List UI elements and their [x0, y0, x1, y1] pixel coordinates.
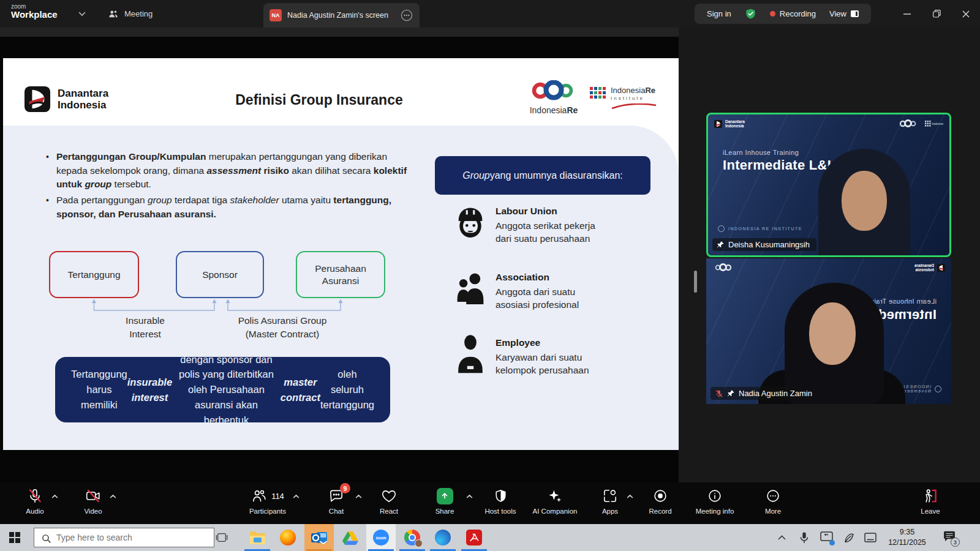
group-item-title: Association	[496, 272, 579, 283]
tray-display-share-button[interactable]	[816, 524, 837, 551]
danantara-text-line2: Indonesia	[58, 99, 108, 111]
recording-label: Recording	[780, 9, 816, 18]
camera-off-icon	[85, 488, 101, 504]
slide-title: Definisi Group Insurance	[221, 92, 417, 108]
meeting-tab-label: Meeting	[124, 9, 153, 18]
video-tile-deisha[interactable]: DanantaraIndonesia IndonesiaRe iLearn In…	[706, 113, 951, 257]
bullet-text-2: Pada pertanggungan group terdapat tiga s…	[56, 193, 410, 221]
tab-screen-share[interactable]: NA Nadia Agustin Zamin's screen	[263, 3, 420, 28]
screen-share-avatar: NA	[270, 9, 282, 21]
taskbar-app-file-explorer[interactable]	[243, 524, 272, 551]
windows-logo-icon	[9, 532, 20, 543]
security-shield-icon[interactable]	[745, 8, 756, 20]
more-button[interactable]: More	[736, 487, 810, 515]
institute-dots-icon	[590, 86, 606, 102]
taskbar-app-google-drive[interactable]	[336, 524, 365, 551]
indonesiare-institute-logo: IndonesiaRe Institute	[590, 86, 657, 112]
indonesiare-rings-icon	[528, 80, 579, 102]
group-item-title: Labour Union	[496, 206, 595, 217]
taskbar-search-input[interactable]	[56, 533, 197, 542]
tray-display-dot	[829, 540, 835, 545]
sign-in-button[interactable]: Sign in	[707, 9, 731, 18]
callout-box: Tertanggung harus memiliki insurable int…	[55, 357, 390, 422]
taskbar-app-acrobat[interactable]	[459, 524, 489, 551]
bullet-item: • Pertanggungan Group/Kumpulan merupakan…	[46, 150, 410, 192]
tray-keyboard-icon	[864, 533, 876, 542]
meeting-toolbar: Audio Video 114 Participants 9 Chat	[0, 482, 980, 524]
taskbar-app-firefox[interactable]	[273, 524, 303, 551]
share-screen-icon	[437, 488, 453, 504]
taskbar-app-outlook[interactable]	[304, 524, 334, 551]
tray-mic-button[interactable]	[794, 524, 815, 551]
bullet-dot: •	[46, 150, 49, 192]
tray-touch-keyboard-button[interactable]	[860, 524, 881, 551]
bullet-text-1: Pertanggungan Group/Kumpulan merupakan p…	[56, 150, 410, 192]
video-button[interactable]: Video	[56, 487, 130, 515]
danantara-logo: Danantara Indonesia	[24, 86, 108, 112]
task-view-icon	[216, 532, 228, 543]
file-explorer-icon	[249, 531, 266, 545]
participants-chevron-icon[interactable]	[293, 494, 300, 499]
task-view-button[interactable]	[210, 524, 233, 551]
close-button[interactable]	[952, 0, 980, 28]
tab-meeting[interactable]: Meeting	[108, 0, 153, 28]
muted-mic-icon	[715, 389, 723, 398]
search-icon	[41, 533, 51, 544]
chrome-icon	[404, 530, 420, 545]
chevron-up-icon	[777, 534, 786, 541]
mic-muted-icon	[27, 488, 43, 504]
start-button[interactable]	[0, 524, 29, 551]
tile-rings-icon	[712, 263, 733, 273]
taskbar-app-chrome[interactable]	[398, 524, 427, 551]
presentation-slide: Danantara Indonesia Definisi Group Insur…	[3, 58, 679, 450]
tile-bg-eyebrow: iLearn Inhouse Training	[723, 149, 799, 156]
taskbar-clock[interactable]: 9:35 12/11/2025	[880, 527, 934, 548]
tile-indonesiare-logos: IndonesiaRe	[898, 119, 943, 129]
windows-taskbar: zoom	[0, 524, 980, 551]
clock-date: 12/11/2025	[880, 538, 934, 548]
tray-hidden-icons-button[interactable]	[771, 524, 793, 551]
tile-bg-footer: INDONESIA RE INSTITUTE	[718, 225, 802, 232]
bullet-dot: •	[46, 193, 49, 221]
minimize-button[interactable]	[893, 0, 921, 28]
label-insurable-interest: Insurable Interest	[102, 314, 188, 340]
tile-danantara-mark-icon	[937, 264, 945, 272]
tile-danantara-mark-icon	[714, 120, 722, 128]
tab-options-ellipsis-icon[interactable]	[400, 9, 413, 22]
taskbar-search[interactable]	[34, 528, 214, 547]
shield-host-tools-icon	[493, 489, 508, 504]
tile-danantara-logo: DanantaraIndonesia	[714, 119, 745, 129]
workspace-chevron-down-icon[interactable]	[78, 12, 86, 17]
more-ellipsis-icon	[765, 488, 781, 504]
indonesiare-wordmark: IndonesiaRe	[526, 105, 582, 115]
view-layout-icon	[851, 10, 859, 17]
svg-text:IndonesiaRe: IndonesiaRe	[932, 122, 944, 126]
tray-pen-button[interactable]	[839, 524, 859, 551]
recording-indicator[interactable]: Recording	[770, 9, 816, 18]
leave-button[interactable]: Leave	[894, 487, 967, 515]
video-options-chevron-icon[interactable]	[110, 494, 116, 499]
tray-mic-icon	[800, 532, 809, 544]
group-item-title: Employee	[496, 337, 589, 348]
ai-companion-sparkle-icon	[547, 488, 563, 504]
zoom-app-icon: zoom	[373, 530, 389, 545]
indonesiare-logo: IndonesiaRe	[526, 80, 582, 115]
box-sponsor: Sponsor	[176, 251, 264, 298]
chat-unread-badge: 9	[340, 483, 350, 493]
participant-face	[809, 302, 856, 365]
participants-button[interactable]: 114 Participants	[231, 487, 304, 515]
group-panel-header: Group yang umumnya diasuransikan:	[435, 156, 650, 195]
notification-center-button[interactable]: 3	[936, 524, 963, 551]
video-panel-scrollbar[interactable]	[694, 271, 697, 293]
taskbar-app-edge[interactable]	[428, 524, 458, 551]
maximize-button[interactable]	[922, 0, 951, 28]
pin-icon	[717, 241, 725, 249]
edge-icon	[435, 530, 451, 545]
taskbar-app-zoom[interactable]: zoom	[366, 524, 396, 551]
participant-nametag: Deisha Kusumaningsih	[712, 238, 816, 251]
video-tile-nadia[interactable]: DanantaraIndonesia iLearn Inhouse Traini…	[706, 258, 951, 404]
view-button[interactable]: View	[829, 9, 859, 18]
group-item-desc: Anggota dari suatu asosiasi profesional	[496, 286, 579, 312]
danantara-text-line1: Danantara	[58, 88, 108, 99]
chrome-profile-avatar	[415, 539, 423, 547]
